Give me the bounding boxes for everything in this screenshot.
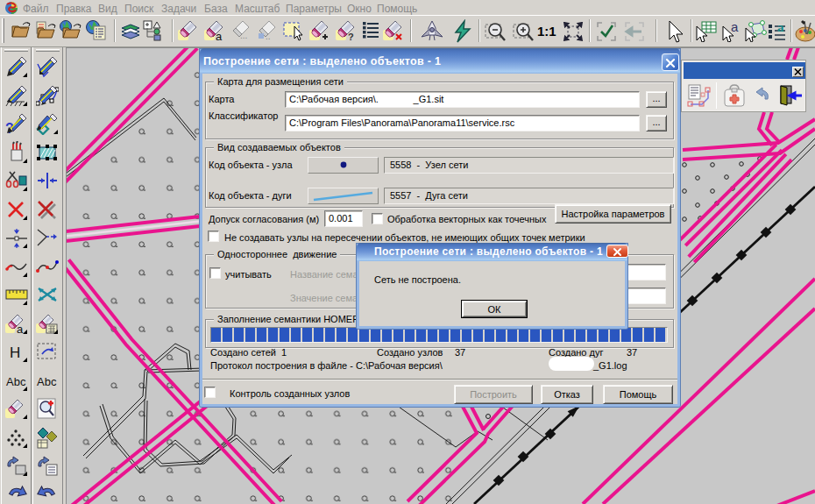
svg-text:1:1: 1:1 [537,24,556,39]
svg-text:a: a [17,323,24,335]
svg-text:..: .. [266,32,271,41]
svg-text:Abc: Abc [37,375,57,388]
svg-text:a: a [731,19,739,34]
svg-text:...: ... [240,31,247,40]
svg-text:a: a [216,30,223,42]
svg-text:?: ? [348,32,354,42]
svg-text:H: H [10,344,20,361]
svg-text:a: a [777,20,784,34]
svg-text:Abc: Abc [6,375,26,388]
